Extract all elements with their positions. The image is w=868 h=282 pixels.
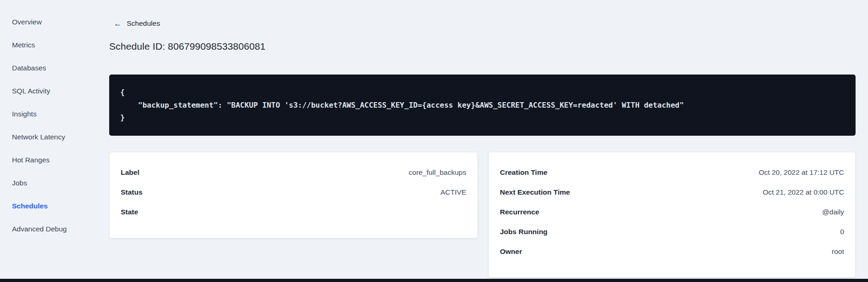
row-label: Status — [121, 188, 142, 196]
state-row: State — [121, 202, 466, 222]
label-row: Label core_full_backups — [121, 162, 466, 182]
sidebar-item-schedules[interactable]: Schedules — [12, 195, 88, 218]
creation-time-row: Creation Time Oct 20, 2022 at 17:12 UTC — [500, 162, 844, 182]
schedule-detail-page: Overview Metrics Databases SQL Activity … — [0, 0, 868, 282]
code-line: { — [120, 86, 845, 99]
sidebar-nav: Overview Metrics Databases SQL Activity … — [0, 11, 88, 241]
backup-statement-code-block: { "backup_statement": "BACKUP INTO 's3:/… — [109, 75, 856, 136]
sidebar-item-overview[interactable]: Overview — [12, 11, 88, 34]
sidebar-item-sql-activity[interactable]: SQL Activity — [12, 80, 88, 103]
row-label: Owner — [500, 247, 522, 256]
sidebar-item-metrics[interactable]: Metrics — [12, 34, 88, 57]
recurrence-row: Recurrence @daily — [500, 202, 844, 222]
sidebar-item-hot-ranges[interactable]: Hot Ranges — [12, 149, 88, 172]
row-label: Recurrence — [500, 208, 539, 216]
jobs-running-row: Jobs Running 0 — [500, 222, 844, 242]
execution-details-card: Creation Time Oct 20, 2022 at 17:12 UTC … — [488, 152, 856, 277]
row-value: Oct 21, 2022 at 0:00 UTC — [762, 188, 844, 196]
row-value: core_full_backups — [409, 168, 466, 177]
row-label: Next Execution Time — [500, 188, 570, 196]
code-line: } — [120, 111, 845, 124]
bottom-edge-bar — [0, 279, 868, 282]
sidebar-item-databases[interactable]: Databases — [12, 57, 88, 80]
row-value: Oct 20, 2022 at 17:12 UTC — [759, 168, 844, 177]
sidebar-item-advanced-debug[interactable]: Advanced Debug — [12, 218, 88, 241]
row-value: ACTIVE — [440, 188, 466, 196]
row-label: Jobs Running — [500, 228, 547, 236]
owner-row: Owner root — [500, 242, 844, 261]
status-row: Status ACTIVE — [121, 182, 466, 202]
back-to-schedules-link[interactable]: ← Schedules — [114, 19, 160, 28]
back-link-label: Schedules — [127, 19, 160, 28]
row-value: root — [832, 247, 844, 256]
back-arrow-icon: ← — [114, 20, 122, 28]
next-execution-time-row: Next Execution Time Oct 21, 2022 at 0:00… — [500, 182, 844, 202]
row-label: State — [121, 208, 138, 216]
row-value: 0 — [840, 228, 844, 236]
row-label: Label — [121, 168, 139, 177]
sidebar-item-network-latency[interactable]: Network Latency — [12, 126, 88, 149]
row-value: @daily — [822, 208, 844, 216]
sidebar-item-jobs[interactable]: Jobs — [12, 172, 88, 195]
row-label: Creation Time — [500, 168, 547, 177]
code-line: "backup_statement": "BACKUP INTO 's3://b… — [120, 99, 845, 112]
page-title: Schedule ID: 806799098533806081 — [109, 41, 265, 52]
schedule-summary-card: Label core_full_backups Status ACTIVE St… — [109, 152, 478, 238]
sidebar-item-insights[interactable]: Insights — [12, 103, 88, 126]
